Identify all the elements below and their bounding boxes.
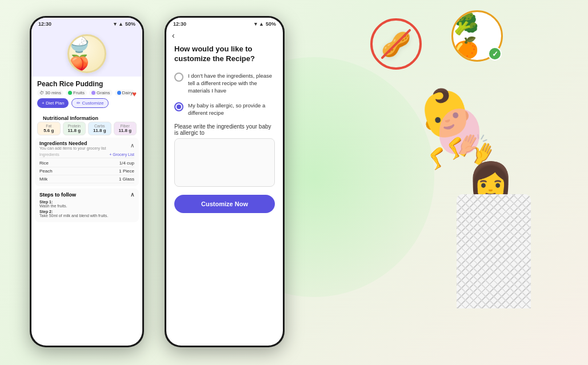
grocery-link[interactable]: + Grocery List — [109, 153, 134, 157]
ingredients-header: Ingredients Needed You can add items to … — [39, 141, 134, 150]
step-1: Step 1: Wash the fruits. — [39, 200, 134, 208]
status-bar-right: 12:30 ▾ ▲ 50% — [166, 18, 283, 29]
ingredients-title: Ingredients Needed — [39, 141, 106, 146]
veggie-icon: 🥦🍊 ✓ — [451, 10, 509, 67]
tag-grains: Grains — [89, 90, 113, 96]
tag-fruits: Fruits — [66, 90, 87, 96]
recipe-title-area: Peach Rice Pudding ♥ ⏱ 30 mins Fruits Gr… — [31, 77, 142, 112]
steps-header: Steps to follow ∧ — [39, 191, 134, 198]
phone-left: 12:30 ▾ ▲ 50% 🍚🍑 Peach Rice Pudding ♥ ⏱ … — [30, 16, 144, 347]
nutrition-fiber: Fiber 11.8 g — [114, 122, 137, 135]
nutrition-fat: Fat 5.6 g — [37, 122, 61, 135]
nutrition-protein: Protein 11.8 g — [63, 122, 86, 135]
diet-plan-button[interactable]: + Diet Plan — [37, 98, 69, 108]
veggie-circle: 🥦🍊 ✓ — [451, 10, 503, 62]
ingredients-subtitle: You can add items to your grocery list — [39, 146, 106, 150]
ingredient-row-rice: Rice 1/4 cup — [39, 159, 134, 167]
ingredient-row-milk: Milk 1 Glass — [39, 175, 134, 183]
back-button[interactable]: ‹ — [166, 29, 283, 42]
timer-icon: ⏱ — [39, 90, 44, 95]
option-2-text: My baby is allergic, so provide a differ… — [188, 102, 275, 117]
radio-option-1[interactable] — [174, 73, 183, 82]
radio-selected-indicator — [177, 105, 181, 109]
signal-icon-right: ▲ — [259, 21, 264, 27]
chevron-ingredients-icon: ∧ — [130, 142, 134, 149]
ingredient-row-peach: Peach 1 Piece — [39, 167, 134, 175]
signal-icon: ▲ — [118, 21, 123, 27]
step-2: Step 2: Take 50ml of milk and blend with… — [39, 210, 134, 218]
time-left: 12:30 — [38, 21, 51, 27]
option-1-text: I don't have the ingredients, please tel… — [188, 72, 275, 95]
wifi-icon: ▾ — [114, 21, 117, 27]
tag-time: ⏱ 30 mins — [37, 90, 63, 96]
ingredients-section: Ingredients Needed You can add items to … — [35, 138, 139, 186]
green-checkmark: ✓ — [488, 47, 502, 61]
recipe-title: Peach Rice Pudding — [37, 80, 137, 88]
radio-option-2[interactable] — [174, 102, 183, 111]
no-circle: 🥜 — [370, 18, 422, 70]
wifi-icon-right: ▾ — [254, 21, 257, 27]
battery-right: 50% — [266, 21, 276, 27]
customize-title: How would you like to customize the Reci… — [166, 42, 283, 69]
phone-right: 12:30 ▾ ▲ 50% ‹ How would you like to cu… — [165, 16, 285, 347]
status-bar-left: 12:30 ▾ ▲ 50% — [31, 18, 142, 29]
ingredients-col-headers: Ingredients + Grocery List — [39, 151, 134, 158]
tags-row: ⏱ 30 mins Fruits Grains Dairy — [37, 90, 137, 96]
steps-section: Steps to follow ∧ Step 1: Wash the fruit… — [35, 188, 139, 222]
customize-now-button[interactable]: Customize Now — [174, 195, 275, 213]
nutritional-section: Nutritional Information Fat 5.6 g Protei… — [31, 112, 142, 138]
chevron-steps-icon: ∧ — [130, 191, 134, 198]
customize-button[interactable]: ✏ Customize — [71, 98, 109, 108]
battery-left: 50% — [125, 21, 135, 27]
no-peanut-icon: 🥜 — [370, 18, 427, 75]
option-1-row[interactable]: I don't have the ingredients, please tel… — [166, 69, 283, 98]
nutrition-row: Fat 5.6 g Protein 11.8 g Carbs 11.8 g Fi… — [37, 122, 137, 135]
time-right: 12:30 — [173, 21, 186, 27]
nutrition-carbs: Carbs 11.8 g — [88, 122, 111, 135]
allergy-label: Please write the ingredients your baby i… — [166, 120, 283, 138]
food-bowl: 🍚🍑 — [67, 34, 106, 73]
food-image-area: 🍚🍑 — [31, 29, 142, 77]
option-2-row[interactable]: My baby is allergic, so provide a differ… — [166, 98, 283, 121]
btn-row: + Diet Plan ✏ Customize — [37, 98, 137, 108]
allergy-textarea[interactable] — [174, 138, 275, 187]
heart-icon[interactable]: ♥ — [132, 90, 137, 98]
nutrition-title: Nutritional Information — [37, 113, 137, 122]
